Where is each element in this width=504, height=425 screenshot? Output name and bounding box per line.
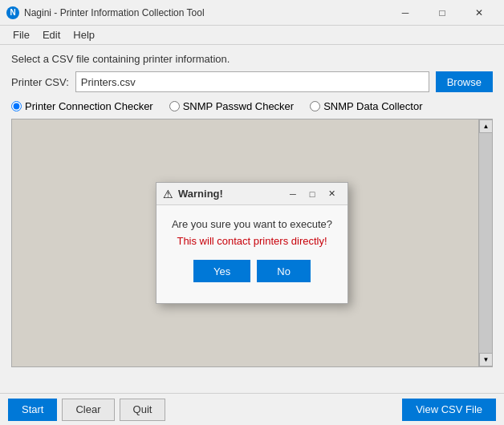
- printer-csv-label: Printer CSV:: [11, 76, 69, 88]
- view-csv-button[interactable]: View CSV File: [402, 399, 496, 421]
- select-csv-label: Select a CSV file containing printer inf…: [11, 53, 493, 65]
- warning-dialog: ⚠ Warning! ─ □ ✕ Are you sure you want t…: [156, 182, 348, 304]
- bottom-right-buttons: View CSV File: [402, 399, 496, 421]
- title-bar: N Nagini - Printer Information Collectio…: [0, 0, 504, 26]
- maximize-button[interactable]: □: [424, 0, 461, 26]
- radio-snmp-passwd[interactable]: SNMP Passwd Checker: [169, 100, 294, 112]
- quit-button[interactable]: Quit: [120, 399, 166, 421]
- radio-options-row: Printer Connection Checker SNMP Passwd C…: [11, 100, 493, 112]
- menu-help[interactable]: Help: [67, 27, 101, 42]
- warning-icon: ⚠: [163, 188, 173, 200]
- radio-printer-connection-input[interactable]: [11, 101, 22, 111]
- radio-printer-connection-label: Printer Connection Checker: [25, 100, 153, 112]
- window-controls: ─ □ ✕: [387, 0, 498, 26]
- dialog-warning-text: This will contact printers directly!: [168, 235, 336, 247]
- menu-edit[interactable]: Edit: [36, 27, 67, 42]
- app-icon: N: [6, 6, 19, 19]
- radio-snmp-passwd-label: SNMP Passwd Checker: [183, 100, 294, 112]
- radio-printer-connection[interactable]: Printer Connection Checker: [11, 100, 153, 112]
- dialog-body: Are you sure you want to execute? This w…: [156, 205, 348, 303]
- dialog-controls: ─ □ ✕: [283, 186, 341, 202]
- radio-snmp-passwd-input[interactable]: [169, 101, 180, 111]
- radio-snmp-data[interactable]: SNMP Data Collector: [310, 100, 422, 112]
- dialog-no-button[interactable]: No: [257, 260, 311, 282]
- minimize-button[interactable]: ─: [387, 0, 424, 26]
- csv-file-input[interactable]: [75, 71, 429, 92]
- close-button[interactable]: ✕: [461, 0, 498, 26]
- menu-file[interactable]: File: [6, 27, 36, 42]
- radio-snmp-data-input[interactable]: [310, 101, 320, 111]
- browse-button[interactable]: Browse: [436, 71, 493, 92]
- dialog-title: Warning!: [178, 188, 283, 200]
- dialog-question: Are you sure you want to execute?: [168, 218, 336, 230]
- dialog-close-button[interactable]: ✕: [322, 186, 341, 202]
- dialog-overlay: ⚠ Warning! ─ □ ✕ Are you sure you want t…: [12, 119, 492, 366]
- file-row: Printer CSV: Browse: [11, 71, 493, 92]
- main-content: Select a CSV file containing printer inf…: [0, 45, 504, 375]
- menu-bar: File Edit Help: [0, 26, 504, 45]
- output-area: ▲ ▼ ⚠ Warning! ─ □ ✕ Are you sure you wa…: [11, 119, 493, 367]
- dialog-yes-button[interactable]: Yes: [193, 260, 250, 282]
- window-title: Nagini - Printer Information Collection …: [24, 7, 387, 18]
- clear-button[interactable]: Clear: [62, 399, 114, 421]
- dialog-maximize-button[interactable]: □: [303, 186, 322, 202]
- dialog-titlebar: ⚠ Warning! ─ □ ✕: [156, 183, 348, 205]
- radio-snmp-data-label: SNMP Data Collector: [323, 100, 422, 112]
- bottom-left-buttons: Start Clear Quit: [8, 399, 165, 421]
- bottom-bar: Start Clear Quit View CSV File: [0, 393, 504, 425]
- dialog-footer: Yes No: [168, 260, 336, 293]
- dialog-minimize-button[interactable]: ─: [283, 186, 303, 202]
- start-button[interactable]: Start: [8, 399, 57, 421]
